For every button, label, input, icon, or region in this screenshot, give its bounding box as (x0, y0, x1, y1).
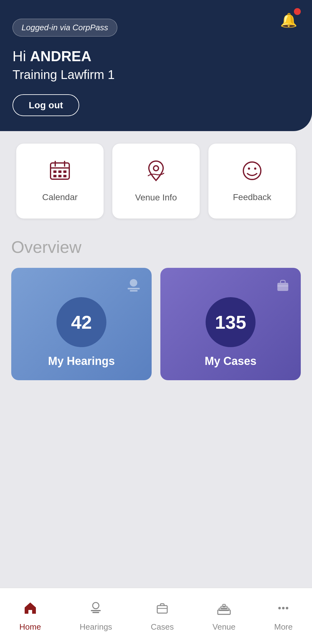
feedback-icon (241, 160, 263, 187)
cases-label: My Cases (205, 355, 256, 368)
svg-rect-9 (63, 175, 66, 177)
calendar-card[interactable]: Calendar (16, 144, 104, 219)
svg-rect-8 (58, 175, 61, 177)
feedback-card[interactable]: Feedback (208, 144, 296, 219)
venue-info-icon (145, 160, 167, 187)
svg-rect-22 (157, 606, 167, 613)
svg-point-13 (254, 168, 256, 170)
cases-nav-icon (155, 601, 170, 619)
svg-rect-16 (130, 290, 138, 292)
overview-cards: 42 My Hearings 135 My Cases (11, 268, 301, 380)
quick-actions-section: Calendar Venue Info Feedback (0, 131, 312, 231)
venue-info-card[interactable]: Venue Info (112, 144, 200, 219)
svg-point-29 (278, 607, 281, 609)
corppass-badge: Logged-in via CorpPass (12, 19, 117, 37)
overview-title: Overview (11, 237, 301, 257)
svg-rect-21 (92, 612, 99, 613)
notification-button[interactable]: 🔔 (278, 9, 300, 31)
calendar-icon (49, 160, 71, 187)
overview-section: Overview 42 My Hearings (0, 231, 312, 393)
nav-label-home: Home (19, 622, 41, 632)
nav-item-more[interactable]: More (268, 597, 299, 635)
svg-point-19 (93, 602, 99, 609)
nav-label-hearings: Hearings (80, 622, 112, 632)
lawfirm-name: Training Lawfirm 1 (12, 68, 300, 82)
hearings-count: 42 (56, 297, 106, 347)
bell-icon: 🔔 (280, 12, 297, 28)
more-icon (276, 601, 291, 619)
greeting-prefix: Hi (12, 48, 30, 64)
svg-rect-27 (223, 604, 225, 607)
svg-rect-5 (58, 170, 61, 173)
feedback-label: Feedback (233, 192, 271, 202)
nav-item-venue[interactable]: Venue (206, 597, 242, 635)
svg-rect-17 (277, 283, 288, 291)
svg-point-11 (243, 162, 261, 179)
svg-rect-15 (128, 288, 140, 289)
cases-card[interactable]: 135 My Cases (160, 268, 301, 380)
logout-button[interactable]: Log out (12, 94, 79, 116)
nav-label-venue: Venue (212, 622, 236, 632)
bottom-nav: Home Hearings Cases (0, 588, 312, 644)
svg-rect-20 (91, 610, 101, 611)
svg-point-10 (154, 166, 158, 171)
calendar-label: Calendar (42, 192, 78, 202)
hearings-card-icon (125, 277, 142, 298)
hearings-icon (88, 601, 103, 619)
hearings-label: My Hearings (48, 355, 115, 368)
svg-point-12 (248, 168, 250, 170)
nav-item-hearings[interactable]: Hearings (73, 597, 118, 635)
svg-rect-7 (53, 175, 56, 177)
header: 🔔 Logged-in via CorpPass Hi ANDREA Train… (0, 0, 312, 131)
greeting: Hi ANDREA (12, 48, 300, 65)
nav-label-more: More (274, 622, 293, 632)
cases-count: 135 (206, 297, 256, 347)
venue-info-label: Venue Info (135, 193, 177, 203)
svg-point-31 (286, 607, 288, 609)
notification-dot (294, 8, 301, 15)
user-name: ANDREA (30, 48, 91, 64)
home-icon (23, 601, 38, 619)
cases-card-icon (274, 277, 291, 298)
svg-rect-4 (53, 170, 56, 173)
venue-nav-icon (217, 601, 232, 619)
nav-item-home[interactable]: Home (13, 597, 47, 635)
hearings-card[interactable]: 42 My Hearings (11, 268, 152, 380)
nav-label-cases: Cases (151, 622, 174, 632)
svg-rect-6 (63, 170, 66, 173)
svg-point-30 (282, 607, 285, 609)
svg-point-14 (130, 279, 137, 287)
nav-item-cases[interactable]: Cases (144, 597, 180, 635)
